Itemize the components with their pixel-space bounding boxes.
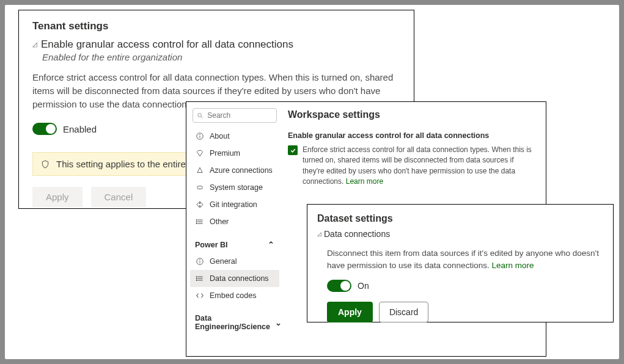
learn-more-link[interactable]: Learn more <box>491 261 534 270</box>
search-input-wrapper[interactable] <box>193 108 277 123</box>
dataset-section: Data connections <box>324 229 390 239</box>
svg-line-1 <box>201 116 202 117</box>
svg-point-16 <box>200 260 200 260</box>
cancel-button[interactable]: Cancel <box>91 187 147 207</box>
svg-point-13 <box>196 223 197 224</box>
nav-storage[interactable]: System storage <box>190 179 279 196</box>
storage-icon <box>195 183 205 192</box>
apply-button[interactable]: Apply <box>327 302 373 322</box>
discard-button[interactable]: Discard <box>379 302 428 322</box>
list-icon <box>195 217 205 227</box>
workspace-heading: Workspace settings <box>288 109 536 120</box>
svg-point-20 <box>196 277 197 277</box>
diamond-icon <box>195 148 205 158</box>
dataset-heading: Dataset settings <box>317 213 603 224</box>
search-icon <box>197 112 204 120</box>
svg-point-4 <box>200 134 200 135</box>
nav-other[interactable]: Other <box>190 213 279 230</box>
nav-group-data-eng[interactable]: Data Engineering/Science ⌄ <box>190 310 279 335</box>
tenant-setting-title: Enable granular access control for all d… <box>41 38 293 51</box>
workspace-sidebar: About Premium Azure connections System s… <box>186 102 283 356</box>
workspace-description: Enforce strict access control for all da… <box>303 145 536 187</box>
banner-text: This setting applies to the entire org <box>56 159 202 169</box>
learn-more-link[interactable]: Learn more <box>346 177 383 186</box>
chevron-down-icon: ⌄ <box>275 318 282 327</box>
git-icon <box>195 200 205 209</box>
code-icon <box>195 291 205 300</box>
svg-point-7 <box>199 205 200 206</box>
on-toggle[interactable] <box>327 280 351 292</box>
nav-about[interactable]: About <box>190 128 279 145</box>
nav-group-powerbi[interactable]: Power BI ⌃ <box>190 236 279 253</box>
svg-point-0 <box>198 113 202 117</box>
nav-embed[interactable]: Embed codes <box>190 287 279 304</box>
svg-point-12 <box>196 221 197 222</box>
dataset-settings-panel: Dataset settings ◿ Data connections Disc… <box>307 204 614 322</box>
svg-point-22 <box>196 280 197 280</box>
dataset-description: Disconnect this item from data sources i… <box>327 247 603 271</box>
apply-button[interactable]: Apply <box>32 187 83 207</box>
svg-rect-5 <box>197 186 202 189</box>
org-scope-banner: This setting applies to the entire org <box>32 152 204 176</box>
enabled-toggle[interactable] <box>32 123 57 135</box>
collapse-icon[interactable]: ◿ <box>32 41 37 48</box>
shield-icon <box>40 159 50 169</box>
search-input[interactable] <box>207 111 273 120</box>
svg-point-6 <box>199 203 200 204</box>
toggle-state-label: On <box>358 281 369 291</box>
svg-point-21 <box>196 278 197 278</box>
chevron-up-icon: ⌃ <box>268 240 274 249</box>
enforce-checkbox[interactable] <box>288 145 298 155</box>
azure-icon <box>195 166 205 175</box>
nav-general[interactable]: General <box>190 253 279 270</box>
nav-data-connections[interactable]: Data connections <box>190 270 279 287</box>
svg-point-11 <box>196 220 197 220</box>
list-icon <box>195 274 205 283</box>
tenant-heading: Tenant settings <box>32 20 400 32</box>
workspace-section-title: Enable granular access control for all d… <box>288 131 536 140</box>
collapse-icon[interactable]: ◿ <box>317 231 321 237</box>
info-icon <box>195 257 205 266</box>
toggle-state-label: Enabled <box>63 124 97 134</box>
info-icon <box>195 131 205 141</box>
nav-azure[interactable]: Azure connections <box>190 162 279 179</box>
nav-git[interactable]: Git integration <box>190 196 279 213</box>
tenant-subtitle: Enabled for the entire organization <box>42 52 400 62</box>
nav-premium[interactable]: Premium <box>190 145 279 162</box>
